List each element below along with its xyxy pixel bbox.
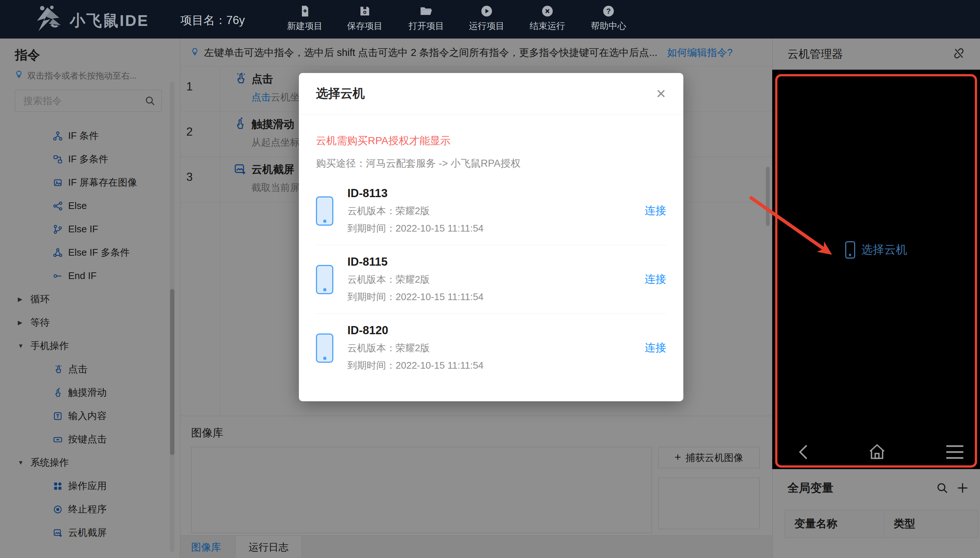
stop-run-icon (516, 4, 579, 18)
help-center-icon: ? (577, 4, 640, 18)
machine-expire: 到期时间：2022-10-15 11:11:54 (347, 290, 484, 304)
project-name: 项目名：76y (180, 13, 245, 28)
open-project-button[interactable]: 打开项目 (395, 4, 458, 36)
run-project-icon (455, 4, 518, 18)
select-cloud-machine-button[interactable]: 选择云机 (772, 240, 980, 260)
phone-icon (316, 196, 333, 226)
top-bar: 小飞鼠IDE 项目名：76y 新建项目 保存项目 打开项目 运行项目 (0, 0, 980, 39)
phone-home-icon[interactable] (867, 441, 887, 463)
machine-version: 云机版本：荣耀2版 (347, 205, 484, 218)
cloud-phone-screen: 选择云机 (772, 70, 980, 469)
phone-icon (316, 333, 333, 363)
machine-list: ID-8113 云机版本：荣耀2版 到期时间：2022-10-15 11:11:… (316, 177, 666, 382)
app-logo-icon (29, 5, 65, 36)
app-window: 指令 双击指令或者长按拖动至右... IF 条件 IF 多条件 (0, 0, 980, 558)
select-cloud-machine-modal: 选择云机 ✕ 云机需购买RPA授权才能显示 购买途径：河马云配套服务 -> 小飞… (299, 73, 683, 401)
new-project-button[interactable]: 新建项目 (273, 4, 336, 36)
machine-version: 云机版本：荣耀2版 (347, 341, 484, 354)
machine-id: ID-8120 (347, 324, 484, 337)
connect-link[interactable]: 连接 (645, 272, 666, 287)
machine-id: ID-8115 (347, 255, 484, 269)
save-project-button[interactable]: 保存项目 (333, 4, 396, 36)
purchase-path-text: 购买途径：河马云配套服务 -> 小飞鼠RPA授权 (316, 157, 666, 170)
machine-expire: 到期时间：2022-10-15 11:11:54 (347, 359, 484, 372)
connect-link[interactable]: 连接 (645, 340, 666, 355)
machine-list-item: ID-8115 云机版本：荣耀2版 到期时间：2022-10-15 11:11:… (316, 245, 666, 314)
app-logo-text: 小飞鼠IDE (70, 10, 149, 31)
machine-list-item: ID-8120 云机版本：荣耀2版 到期时间：2022-10-15 11:11:… (316, 314, 666, 382)
open-project-icon (395, 4, 458, 18)
stop-run-button[interactable]: 结束运行 (516, 4, 579, 36)
run-project-button[interactable]: 运行项目 (455, 4, 518, 36)
machine-id: ID-8113 (347, 187, 484, 200)
connect-link[interactable]: 连接 (645, 204, 666, 218)
machine-version: 云机版本：荣耀2版 (347, 273, 484, 286)
machine-list-item: ID-8113 云机版本：荣耀2版 到期时间：2022-10-15 11:11:… (316, 177, 666, 245)
save-project-icon (333, 4, 396, 18)
svg-text:?: ? (606, 7, 611, 15)
machine-expire: 到期时间：2022-10-15 11:11:54 (347, 222, 484, 235)
phone-back-icon[interactable] (794, 442, 814, 463)
help-center-button[interactable]: ? 帮助中心 (577, 4, 640, 36)
phone-outline-icon (845, 241, 855, 259)
phone-icon (316, 265, 333, 294)
new-project-icon (273, 4, 336, 18)
rpa-license-warning: 云机需购买RPA授权才能显示 (316, 134, 666, 148)
phone-menu-icon[interactable] (946, 444, 964, 462)
modal-title: 选择云机 (316, 85, 365, 102)
close-icon[interactable]: ✕ (656, 86, 667, 101)
